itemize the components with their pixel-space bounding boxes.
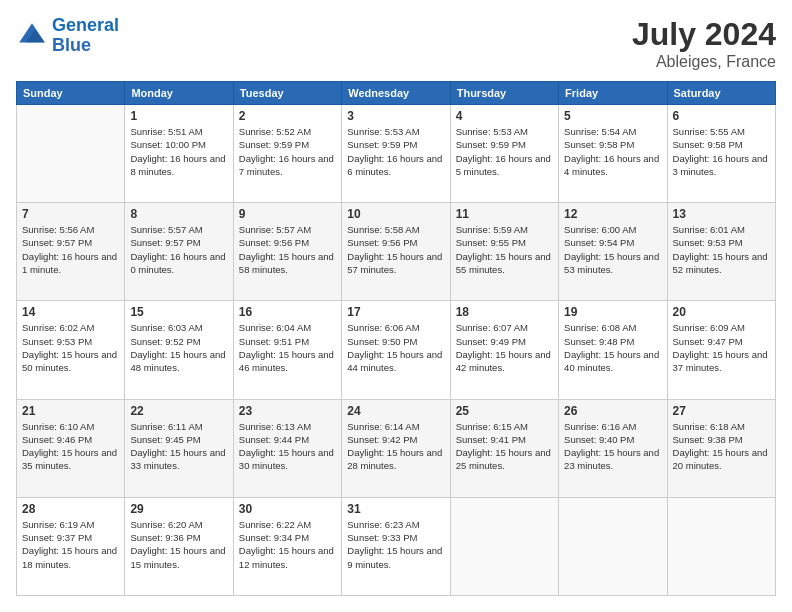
day-number: 14 — [22, 305, 119, 319]
day-info: Sunrise: 5:53 AMSunset: 9:59 PMDaylight:… — [347, 125, 444, 178]
day-info: Sunrise: 6:14 AMSunset: 9:42 PMDaylight:… — [347, 420, 444, 473]
day-number: 28 — [22, 502, 119, 516]
table-row: 22Sunrise: 6:11 AMSunset: 9:45 PMDayligh… — [125, 399, 233, 497]
table-row: 14Sunrise: 6:02 AMSunset: 9:53 PMDayligh… — [17, 301, 125, 399]
day-number: 19 — [564, 305, 661, 319]
day-number: 13 — [673, 207, 770, 221]
weekday-header-row: Sunday Monday Tuesday Wednesday Thursday… — [17, 82, 776, 105]
day-number: 1 — [130, 109, 227, 123]
table-row — [559, 497, 667, 595]
table-row — [667, 497, 775, 595]
day-number: 17 — [347, 305, 444, 319]
table-row: 1Sunrise: 5:51 AMSunset: 10:00 PMDayligh… — [125, 105, 233, 203]
calendar-week-row: 1Sunrise: 5:51 AMSunset: 10:00 PMDayligh… — [17, 105, 776, 203]
table-row: 26Sunrise: 6:16 AMSunset: 9:40 PMDayligh… — [559, 399, 667, 497]
table-row: 3Sunrise: 5:53 AMSunset: 9:59 PMDaylight… — [342, 105, 450, 203]
day-number: 21 — [22, 404, 119, 418]
title-block: July 2024 Ableiges, France — [632, 16, 776, 71]
day-number: 20 — [673, 305, 770, 319]
day-number: 18 — [456, 305, 553, 319]
day-number: 31 — [347, 502, 444, 516]
header-saturday: Saturday — [667, 82, 775, 105]
table-row: 25Sunrise: 6:15 AMSunset: 9:41 PMDayligh… — [450, 399, 558, 497]
day-info: Sunrise: 6:07 AMSunset: 9:49 PMDaylight:… — [456, 321, 553, 374]
table-row: 18Sunrise: 6:07 AMSunset: 9:49 PMDayligh… — [450, 301, 558, 399]
table-row: 17Sunrise: 6:06 AMSunset: 9:50 PMDayligh… — [342, 301, 450, 399]
table-row: 13Sunrise: 6:01 AMSunset: 9:53 PMDayligh… — [667, 203, 775, 301]
day-number: 29 — [130, 502, 227, 516]
day-info: Sunrise: 5:55 AMSunset: 9:58 PMDaylight:… — [673, 125, 770, 178]
day-info: Sunrise: 6:02 AMSunset: 9:53 PMDaylight:… — [22, 321, 119, 374]
day-info: Sunrise: 6:06 AMSunset: 9:50 PMDaylight:… — [347, 321, 444, 374]
day-number: 3 — [347, 109, 444, 123]
day-number: 11 — [456, 207, 553, 221]
day-number: 27 — [673, 404, 770, 418]
header-friday: Friday — [559, 82, 667, 105]
day-info: Sunrise: 6:15 AMSunset: 9:41 PMDaylight:… — [456, 420, 553, 473]
header-monday: Monday — [125, 82, 233, 105]
day-info: Sunrise: 5:57 AMSunset: 9:56 PMDaylight:… — [239, 223, 336, 276]
day-info: Sunrise: 5:51 AMSunset: 10:00 PMDaylight… — [130, 125, 227, 178]
header-wednesday: Wednesday — [342, 82, 450, 105]
day-number: 10 — [347, 207, 444, 221]
table-row: 12Sunrise: 6:00 AMSunset: 9:54 PMDayligh… — [559, 203, 667, 301]
day-info: Sunrise: 6:20 AMSunset: 9:36 PMDaylight:… — [130, 518, 227, 571]
table-row: 9Sunrise: 5:57 AMSunset: 9:56 PMDaylight… — [233, 203, 341, 301]
day-info: Sunrise: 5:53 AMSunset: 9:59 PMDaylight:… — [456, 125, 553, 178]
table-row: 6Sunrise: 5:55 AMSunset: 9:58 PMDaylight… — [667, 105, 775, 203]
header-tuesday: Tuesday — [233, 82, 341, 105]
day-info: Sunrise: 5:54 AMSunset: 9:58 PMDaylight:… — [564, 125, 661, 178]
table-row — [450, 497, 558, 595]
table-row: 15Sunrise: 6:03 AMSunset: 9:52 PMDayligh… — [125, 301, 233, 399]
table-row: 19Sunrise: 6:08 AMSunset: 9:48 PMDayligh… — [559, 301, 667, 399]
table-row: 10Sunrise: 5:58 AMSunset: 9:56 PMDayligh… — [342, 203, 450, 301]
day-number: 8 — [130, 207, 227, 221]
day-info: Sunrise: 5:58 AMSunset: 9:56 PMDaylight:… — [347, 223, 444, 276]
table-row: 16Sunrise: 6:04 AMSunset: 9:51 PMDayligh… — [233, 301, 341, 399]
day-info: Sunrise: 6:08 AMSunset: 9:48 PMDaylight:… — [564, 321, 661, 374]
day-number: 2 — [239, 109, 336, 123]
day-info: Sunrise: 5:59 AMSunset: 9:55 PMDaylight:… — [456, 223, 553, 276]
day-info: Sunrise: 5:52 AMSunset: 9:59 PMDaylight:… — [239, 125, 336, 178]
table-row: 28Sunrise: 6:19 AMSunset: 9:37 PMDayligh… — [17, 497, 125, 595]
day-info: Sunrise: 6:03 AMSunset: 9:52 PMDaylight:… — [130, 321, 227, 374]
day-number: 22 — [130, 404, 227, 418]
day-number: 12 — [564, 207, 661, 221]
table-row: 7Sunrise: 5:56 AMSunset: 9:57 PMDaylight… — [17, 203, 125, 301]
header-sunday: Sunday — [17, 82, 125, 105]
day-number: 9 — [239, 207, 336, 221]
table-row: 4Sunrise: 5:53 AMSunset: 9:59 PMDaylight… — [450, 105, 558, 203]
table-row: 24Sunrise: 6:14 AMSunset: 9:42 PMDayligh… — [342, 399, 450, 497]
day-number: 23 — [239, 404, 336, 418]
day-info: Sunrise: 6:00 AMSunset: 9:54 PMDaylight:… — [564, 223, 661, 276]
day-number: 6 — [673, 109, 770, 123]
main-title: July 2024 — [632, 16, 776, 53]
day-number: 16 — [239, 305, 336, 319]
calendar-week-row: 14Sunrise: 6:02 AMSunset: 9:53 PMDayligh… — [17, 301, 776, 399]
day-number: 25 — [456, 404, 553, 418]
day-info: Sunrise: 6:01 AMSunset: 9:53 PMDaylight:… — [673, 223, 770, 276]
table-row: 29Sunrise: 6:20 AMSunset: 9:36 PMDayligh… — [125, 497, 233, 595]
table-row: 30Sunrise: 6:22 AMSunset: 9:34 PMDayligh… — [233, 497, 341, 595]
header-thursday: Thursday — [450, 82, 558, 105]
logo-line1: General — [52, 15, 119, 35]
logo-text: General Blue — [52, 16, 119, 56]
header: General Blue July 2024 Ableiges, France — [16, 16, 776, 71]
day-info: Sunrise: 6:18 AMSunset: 9:38 PMDaylight:… — [673, 420, 770, 473]
table-row: 27Sunrise: 6:18 AMSunset: 9:38 PMDayligh… — [667, 399, 775, 497]
day-info: Sunrise: 6:19 AMSunset: 9:37 PMDaylight:… — [22, 518, 119, 571]
table-row: 31Sunrise: 6:23 AMSunset: 9:33 PMDayligh… — [342, 497, 450, 595]
table-row: 8Sunrise: 5:57 AMSunset: 9:57 PMDaylight… — [125, 203, 233, 301]
table-row: 11Sunrise: 5:59 AMSunset: 9:55 PMDayligh… — [450, 203, 558, 301]
calendar-week-row: 7Sunrise: 5:56 AMSunset: 9:57 PMDaylight… — [17, 203, 776, 301]
logo-icon — [16, 20, 48, 52]
calendar-week-row: 28Sunrise: 6:19 AMSunset: 9:37 PMDayligh… — [17, 497, 776, 595]
sub-title: Ableiges, France — [632, 53, 776, 71]
table-row — [17, 105, 125, 203]
day-info: Sunrise: 6:09 AMSunset: 9:47 PMDaylight:… — [673, 321, 770, 374]
page: General Blue July 2024 Ableiges, France … — [0, 0, 792, 612]
table-row: 2Sunrise: 5:52 AMSunset: 9:59 PMDaylight… — [233, 105, 341, 203]
day-number: 24 — [347, 404, 444, 418]
day-info: Sunrise: 6:04 AMSunset: 9:51 PMDaylight:… — [239, 321, 336, 374]
day-info: Sunrise: 6:16 AMSunset: 9:40 PMDaylight:… — [564, 420, 661, 473]
